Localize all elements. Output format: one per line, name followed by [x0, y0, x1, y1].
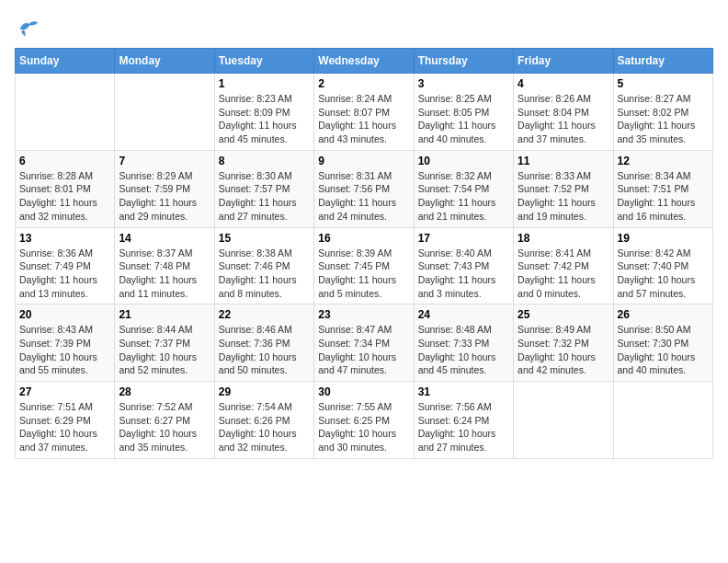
day-header-thursday: Thursday: [414, 49, 513, 74]
day-number: 6: [19, 155, 110, 167]
day-number: 24: [418, 308, 509, 321]
calendar-cell: 2Sunrise: 8:24 AMSunset: 8:07 PMDaylight…: [314, 74, 414, 151]
calendar-cell: 7Sunrise: 8:29 AMSunset: 7:59 PMDaylight…: [115, 150, 214, 227]
day-header-sunday: Sunday: [16, 49, 115, 74]
calendar-cell: 5Sunrise: 8:27 AMSunset: 8:02 PMDaylight…: [613, 74, 712, 151]
day-info: Sunrise: 8:27 AMSunset: 8:02 PMDaylight:…: [618, 92, 709, 146]
calendar-cell: 1Sunrise: 8:23 AMSunset: 8:09 PMDaylight…: [214, 74, 313, 151]
calendar-cell: 19Sunrise: 8:42 AMSunset: 7:40 PMDayligh…: [613, 227, 712, 304]
calendar-cell: [115, 74, 214, 151]
day-info: Sunrise: 8:24 AMSunset: 8:07 PMDaylight:…: [318, 92, 409, 146]
calendar-cell: [514, 382, 613, 459]
day-info: Sunrise: 8:42 AMSunset: 7:40 PMDaylight:…: [618, 247, 709, 301]
day-info: Sunrise: 8:25 AMSunset: 8:05 PMDaylight:…: [418, 92, 509, 146]
calendar-cell: 15Sunrise: 8:38 AMSunset: 7:46 PMDayligh…: [214, 227, 313, 304]
calendar-cell: 14Sunrise: 8:37 AMSunset: 7:48 PMDayligh…: [115, 227, 214, 304]
calendar-cell: 17Sunrise: 8:40 AMSunset: 7:43 PMDayligh…: [414, 227, 513, 304]
day-number: 4: [518, 77, 609, 90]
calendar-cell: 27Sunrise: 7:51 AMSunset: 6:29 PMDayligh…: [16, 382, 115, 459]
day-header-monday: Monday: [115, 49, 214, 74]
day-info: Sunrise: 8:37 AMSunset: 7:48 PMDaylight:…: [119, 247, 210, 301]
calendar-cell: 24Sunrise: 8:48 AMSunset: 7:33 PMDayligh…: [414, 304, 513, 382]
day-info: Sunrise: 8:32 AMSunset: 7:54 PMDaylight:…: [418, 169, 509, 224]
calendar-cell: 18Sunrise: 8:41 AMSunset: 7:42 PMDayligh…: [514, 227, 613, 304]
day-number: 31: [418, 385, 509, 398]
day-number: 3: [418, 77, 509, 90]
calendar-cell: 22Sunrise: 8:46 AMSunset: 7:36 PMDayligh…: [214, 304, 313, 382]
day-number: 16: [318, 232, 409, 245]
calendar-cell: 11Sunrise: 8:33 AMSunset: 7:52 PMDayligh…: [514, 150, 613, 227]
calendar-cell: 20Sunrise: 8:43 AMSunset: 7:39 PMDayligh…: [16, 304, 115, 382]
calendar-cell: 9Sunrise: 8:31 AMSunset: 7:56 PMDaylight…: [314, 150, 414, 227]
day-info: Sunrise: 8:40 AMSunset: 7:43 PMDaylight:…: [418, 247, 509, 301]
day-info: Sunrise: 8:26 AMSunset: 8:04 PMDaylight:…: [518, 92, 609, 146]
day-info: Sunrise: 8:46 AMSunset: 7:36 PMDaylight:…: [219, 323, 310, 377]
day-info: Sunrise: 8:47 AMSunset: 7:34 PMDaylight:…: [318, 323, 409, 377]
day-number: 27: [19, 385, 110, 398]
day-info: Sunrise: 8:36 AMSunset: 7:49 PMDaylight:…: [19, 247, 110, 301]
day-info: Sunrise: 8:49 AMSunset: 7:32 PMDaylight:…: [518, 323, 609, 377]
day-info: Sunrise: 7:52 AMSunset: 6:27 PMDaylight:…: [119, 400, 210, 454]
day-number: 2: [318, 77, 409, 90]
day-header-friday: Friday: [514, 49, 613, 74]
day-number: 23: [318, 308, 409, 321]
calendar-header-row: SundayMondayTuesdayWednesdayThursdayFrid…: [16, 49, 713, 74]
day-number: 7: [119, 155, 210, 167]
day-number: 17: [418, 232, 509, 245]
day-number: 19: [618, 232, 709, 245]
calendar-cell: [613, 382, 712, 459]
calendar-cell: 21Sunrise: 8:44 AMSunset: 7:37 PMDayligh…: [115, 304, 214, 382]
day-number: 11: [518, 155, 609, 167]
day-number: 9: [318, 155, 409, 167]
day-number: 10: [418, 155, 509, 167]
day-number: 21: [119, 308, 210, 321]
day-info: Sunrise: 8:34 AMSunset: 7:51 PMDaylight:…: [618, 169, 709, 224]
calendar-week-0: 1Sunrise: 8:23 AMSunset: 8:09 PMDaylight…: [16, 74, 713, 151]
day-number: 26: [618, 308, 709, 321]
day-number: 20: [19, 308, 110, 321]
day-header-wednesday: Wednesday: [314, 49, 414, 74]
calendar-cell: 30Sunrise: 7:55 AMSunset: 6:25 PMDayligh…: [314, 382, 414, 459]
day-info: Sunrise: 8:50 AMSunset: 7:30 PMDaylight:…: [618, 323, 709, 377]
calendar-cell: 8Sunrise: 8:30 AMSunset: 7:57 PMDaylight…: [214, 150, 313, 227]
day-info: Sunrise: 8:30 AMSunset: 7:57 PMDaylight:…: [219, 169, 310, 224]
calendar-week-1: 6Sunrise: 8:28 AMSunset: 8:01 PMDaylight…: [16, 150, 713, 227]
day-header-saturday: Saturday: [613, 49, 712, 74]
calendar-cell: 26Sunrise: 8:50 AMSunset: 7:30 PMDayligh…: [613, 304, 712, 382]
calendar-week-3: 20Sunrise: 8:43 AMSunset: 7:39 PMDayligh…: [16, 304, 713, 382]
day-info: Sunrise: 8:28 AMSunset: 8:01 PMDaylight:…: [19, 169, 110, 224]
day-info: Sunrise: 8:44 AMSunset: 7:37 PMDaylight:…: [119, 323, 210, 377]
day-header-tuesday: Tuesday: [214, 49, 313, 74]
day-number: 1: [219, 77, 310, 90]
calendar-week-4: 27Sunrise: 7:51 AMSunset: 6:29 PMDayligh…: [16, 382, 713, 459]
day-info: Sunrise: 7:55 AMSunset: 6:25 PMDaylight:…: [318, 400, 409, 454]
calendar-cell: [16, 74, 115, 151]
calendar-cell: 25Sunrise: 8:49 AMSunset: 7:32 PMDayligh…: [514, 304, 613, 382]
calendar-cell: 29Sunrise: 7:54 AMSunset: 6:26 PMDayligh…: [214, 382, 313, 459]
day-info: Sunrise: 8:41 AMSunset: 7:42 PMDaylight:…: [518, 247, 609, 301]
day-info: Sunrise: 8:29 AMSunset: 7:59 PMDaylight:…: [119, 169, 210, 224]
day-info: Sunrise: 8:33 AMSunset: 7:52 PMDaylight:…: [518, 169, 609, 224]
calendar-cell: 12Sunrise: 8:34 AMSunset: 7:51 PMDayligh…: [613, 150, 712, 227]
day-number: 8: [219, 155, 310, 167]
day-number: 15: [219, 232, 310, 245]
day-info: Sunrise: 8:48 AMSunset: 7:33 PMDaylight:…: [418, 323, 509, 377]
day-number: 18: [518, 232, 609, 245]
calendar-cell: 31Sunrise: 7:56 AMSunset: 6:24 PMDayligh…: [414, 382, 513, 459]
day-number: 14: [119, 232, 210, 245]
calendar-cell: 28Sunrise: 7:52 AMSunset: 6:27 PMDayligh…: [115, 382, 214, 459]
day-info: Sunrise: 8:23 AMSunset: 8:09 PMDaylight:…: [219, 92, 310, 146]
day-number: 25: [518, 308, 609, 321]
day-info: Sunrise: 8:31 AMSunset: 7:56 PMDaylight:…: [318, 169, 409, 224]
day-number: 13: [19, 232, 110, 245]
calendar-cell: 3Sunrise: 8:25 AMSunset: 8:05 PMDaylight…: [414, 74, 513, 151]
calendar-cell: 4Sunrise: 8:26 AMSunset: 8:04 PMDaylight…: [514, 74, 613, 151]
calendar-cell: 6Sunrise: 8:28 AMSunset: 8:01 PMDaylight…: [16, 150, 115, 227]
logo: [15, 15, 44, 40]
calendar-table: SundayMondayTuesdayWednesdayThursdayFrid…: [15, 48, 713, 459]
calendar-cell: 23Sunrise: 8:47 AMSunset: 7:34 PMDayligh…: [314, 304, 414, 382]
calendar-cell: 10Sunrise: 8:32 AMSunset: 7:54 PMDayligh…: [414, 150, 513, 227]
page-header: [15, 15, 713, 40]
day-number: 5: [618, 77, 709, 90]
day-info: Sunrise: 8:39 AMSunset: 7:45 PMDaylight:…: [318, 247, 409, 301]
